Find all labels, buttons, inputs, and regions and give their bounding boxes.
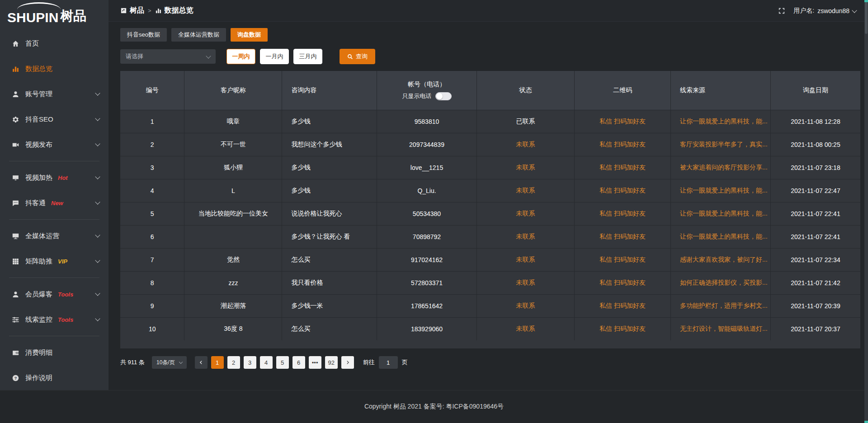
prev-page-button[interactable]	[195, 356, 208, 369]
cell-content: 我只看价格	[282, 272, 377, 294]
sidebar-item-doukettong[interactable]: 抖客通New	[0, 190, 108, 216]
cell-id: 5	[120, 202, 184, 225]
cell-qrcode[interactable]: 私信 扫码加好友	[575, 226, 671, 248]
sidebar-item-clue-monitor[interactable]: 线索监控Tools	[0, 307, 108, 332]
page-button-3[interactable]: 3	[244, 356, 256, 369]
tv-icon	[12, 174, 19, 182]
sidebar-item-matrix-boost[interactable]: 矩阵助推VIP	[0, 249, 108, 274]
sidebar-item-label: 视频加热	[25, 174, 52, 182]
cell-date: 2021-11-07 23:18	[771, 156, 860, 179]
tab-media-operation-data[interactable]: 全媒体运营数据	[171, 28, 226, 42]
cell-source[interactable]: 让你一眼就爱上的黑科技，能...	[671, 202, 771, 225]
cell-qrcode[interactable]: 私信 扫码加好友	[575, 295, 671, 317]
column-header-label: 帐号（电话）	[408, 80, 446, 89]
page-button-92[interactable]: 92	[325, 356, 338, 369]
inquiry-table: 编号客户昵称咨询内容帐号（电话）只显示电话状态二维码线索来源询盘日期1哦章多少钱…	[120, 71, 860, 348]
sidebar-item-media-operation[interactable]: 全媒体运营	[0, 223, 108, 249]
toggle-knob	[436, 93, 443, 99]
page-ellipsis-button[interactable]: •••	[309, 356, 321, 369]
period-button[interactable]: 一周内	[226, 49, 255, 64]
query-button-label: 查询	[356, 52, 368, 61]
cell-qrcode[interactable]: 私信 扫码加好友	[575, 272, 671, 294]
page-button-2[interactable]: 2	[227, 356, 240, 369]
sidebar-item-douyin-seo[interactable]: 抖音SEO	[0, 107, 108, 132]
cell-date: 2021-11-07 22:34	[771, 249, 860, 271]
cell-status: 未联系	[477, 249, 575, 271]
sidebar-divider	[9, 161, 99, 161]
breadcrumb-home[interactable]: 树品	[120, 6, 144, 15]
goto-page-input[interactable]	[379, 356, 398, 369]
cell-qrcode[interactable]: 私信 扫码加好友	[575, 133, 671, 156]
goto-label: 前往	[363, 358, 375, 367]
cell-nickname: zzz	[184, 272, 282, 294]
cell-date: 2021-11-07 21:42	[771, 272, 860, 294]
sidebar-item-video-heat[interactable]: 视频加热Hot	[0, 165, 108, 190]
cell-source[interactable]: 客厅安装投影半年多了，真实...	[671, 133, 771, 156]
tab-douyin-seo-data[interactable]: 抖音seo数据	[120, 28, 167, 42]
cell-nickname: 潮起潮落	[184, 295, 282, 317]
phone-only-toggle[interactable]	[435, 92, 452, 100]
cell-qrcode[interactable]: 私信 扫码加好友	[575, 110, 671, 133]
cell-qrcode[interactable]: 私信 扫码加好友	[575, 156, 671, 179]
page-button-5[interactable]: 5	[276, 356, 289, 369]
person-icon	[12, 291, 19, 298]
cell-account: 50534380	[377, 202, 477, 225]
query-button[interactable]: 查询	[340, 49, 375, 64]
scrollbar-thumb[interactable]	[865, 2, 868, 34]
cell-status: 未联系	[477, 295, 575, 317]
breadcrumb-current[interactable]: 数据总览	[155, 6, 193, 15]
cell-qrcode[interactable]: 私信 扫码加好友	[575, 179, 671, 202]
cell-source[interactable]: 让你一眼就爱上的黑科技，能...	[671, 226, 771, 248]
page-button-6[interactable]: 6	[292, 356, 305, 369]
user-menu[interactable]: 用户名: zswodun88	[793, 7, 856, 15]
cell-account: 9583810	[377, 110, 477, 133]
sidebar-item-operation-guide[interactable]: ?操作说明	[0, 365, 108, 390]
cell-qrcode[interactable]: 私信 扫码加好友	[575, 249, 671, 271]
topbar-right: 用户名: zswodun88	[778, 7, 856, 15]
cell-source[interactable]: 多功能护栏灯，适用于乡村文...	[671, 295, 771, 317]
cell-qrcode[interactable]: 私信 扫码加好友	[575, 202, 671, 225]
page-button-4[interactable]: 4	[260, 356, 273, 369]
cell-source[interactable]: 如何正确选择投影仪，买投影...	[671, 272, 771, 294]
cell-source[interactable]: 无主灯设计，智能磁吸轨道灯...	[671, 318, 771, 340]
period-button[interactable]: 一月内	[260, 49, 289, 64]
table-row: 3狐小狸多少钱love__1215未联系私信 扫码加好友被大家追着问的客厅投影分…	[120, 156, 860, 179]
sidebar-item-label: 消费明细	[25, 348, 52, 357]
page-size-select[interactable]: 10条/页	[152, 356, 187, 369]
breadcrumb-current-label: 数据总览	[165, 6, 193, 15]
cell-source[interactable]: 感谢大家喜欢我家，被问了好...	[671, 249, 771, 271]
sidebar-item-home[interactable]: 首页	[0, 31, 108, 56]
logo[interactable]: SHUPIN 树品	[0, 0, 108, 29]
sidebar-item-account-manage[interactable]: 账号管理	[0, 81, 108, 107]
fullscreen-icon[interactable]	[778, 7, 785, 14]
tab-inquiry-data[interactable]: 询盘数据	[231, 28, 268, 42]
cell-source[interactable]: 被大家追着问的客厅投影分享...	[671, 156, 771, 179]
sidebar-item-video-publish[interactable]: 视频发布	[0, 132, 108, 157]
page-button-1[interactable]: 1	[211, 356, 224, 369]
cell-account: love__1215	[377, 156, 477, 179]
sidebar-divider	[9, 277, 99, 278]
sidebar-item-member-baoke[interactable]: 会员爆客Tools	[0, 282, 108, 307]
sidebar-item-badge: Tools	[58, 316, 73, 323]
cell-account: 178651642	[377, 295, 477, 317]
period-button-group: 一周内一月内三月内	[226, 49, 327, 64]
cell-id: 9	[120, 295, 184, 317]
cell-source[interactable]: 让你一眼就爱上的黑科技，能...	[671, 110, 771, 133]
cell-id: 6	[120, 226, 184, 248]
cell-source[interactable]: 让你一眼就爱上的黑科技，能...	[671, 179, 771, 202]
sidebar-item-label: 会员爆客	[25, 290, 52, 299]
sidebar-item-consume-detail[interactable]: 消费明细	[0, 340, 108, 365]
wallet-icon	[12, 349, 19, 357]
sidebar-item-data-overview[interactable]: 数据总览	[0, 56, 108, 81]
breadcrumb-home-label: 树品	[130, 6, 144, 15]
period-button[interactable]: 三月内	[293, 49, 322, 64]
filter-select[interactable]: 请选择	[120, 49, 216, 64]
next-page-button[interactable]	[341, 356, 354, 369]
cell-content: 多少钱	[282, 110, 377, 133]
cell-qrcode[interactable]: 私信 扫码加好友	[575, 318, 671, 340]
scrollbar[interactable]	[864, 0, 868, 423]
cell-date: 2021-11-07 22:41	[771, 226, 860, 248]
cell-nickname: 狐小狸	[184, 156, 282, 179]
cell-content: 我想问这个多少钱	[282, 133, 377, 156]
phone-only-row: 只显示电话	[402, 92, 452, 100]
